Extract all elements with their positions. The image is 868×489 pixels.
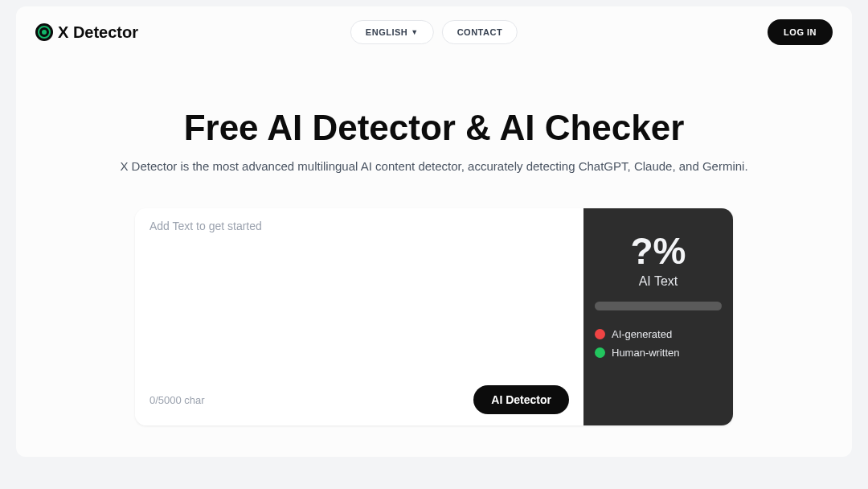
legend-ai-label: AI-generated [612, 328, 672, 340]
navbar: X Detector ENGLISH ▼ CONTACT LOG IN [16, 6, 852, 58]
hero-section: Free AI Detector & AI Checker X Detector… [16, 58, 852, 189]
nav-center: ENGLISH ▼ CONTACT [350, 20, 518, 44]
page-title: Free AI Detector & AI Checker [32, 108, 836, 148]
dot-green-icon [595, 347, 605, 358]
language-selector[interactable]: ENGLISH ▼ [350, 20, 434, 44]
text-input[interactable] [149, 220, 569, 379]
logo-text: X Detector [58, 23, 138, 42]
contact-label: CONTACT [457, 27, 502, 37]
char-count: 0/5000 char [149, 394, 205, 406]
chevron-down-icon: ▼ [411, 28, 418, 36]
page-subtitle: X Detector is the most advanced multilin… [32, 159, 836, 173]
login-button[interactable]: LOG IN [768, 19, 833, 45]
detect-button[interactable]: AI Detector [473, 385, 569, 414]
language-label: ENGLISH [366, 27, 407, 37]
percent-label: AI Text [595, 274, 722, 289]
contact-button[interactable]: CONTACT [442, 20, 518, 44]
result-panel: ?% AI Text AI-generated Human-written [583, 208, 733, 425]
percent-value: ?% [595, 229, 722, 273]
logo-icon [35, 23, 53, 41]
input-panel: 0/5000 char AI Detector [135, 208, 583, 425]
legend-ai: AI-generated [595, 328, 722, 340]
input-footer: 0/5000 char AI Detector [149, 385, 569, 414]
logo[interactable]: X Detector [35, 23, 138, 42]
legend-human: Human-written [595, 347, 722, 359]
detector-card: 0/5000 char AI Detector ?% AI Text AI-ge… [135, 208, 733, 425]
legend-human-label: Human-written [612, 347, 680, 359]
why-section: Why use XDetector's AI Content Detector? [0, 457, 868, 489]
dot-red-icon [595, 329, 605, 339]
main-card: X Detector ENGLISH ▼ CONTACT LOG IN Free… [16, 6, 852, 457]
progress-bar [595, 302, 722, 310]
